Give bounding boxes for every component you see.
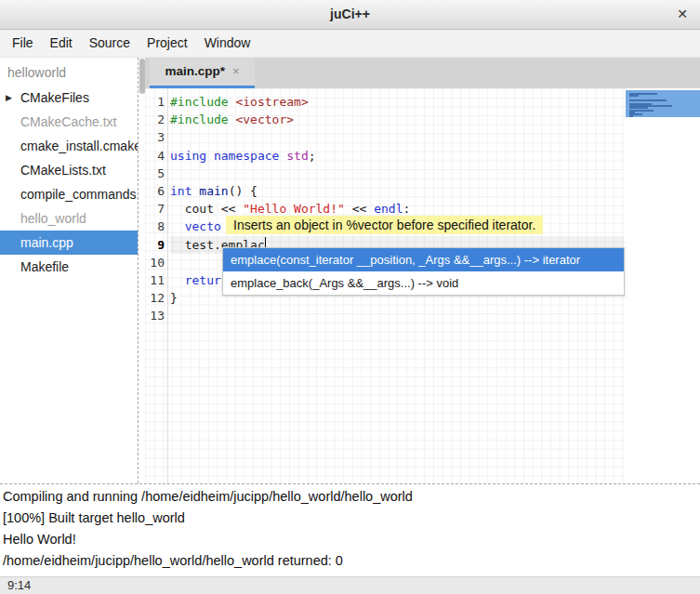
line-number: 6	[145, 182, 165, 200]
menu-item-source[interactable]: Source	[81, 30, 139, 56]
sidebar-item-cmakelists-txt[interactable]: CMakeLists.txt	[0, 158, 138, 182]
line-number: 10	[145, 254, 165, 271]
terminal-line: Hello World!	[3, 529, 700, 550]
code-line[interactable]: int main() {	[170, 182, 624, 200]
code-token: int	[170, 184, 192, 198]
code-line[interactable]	[170, 307, 624, 324]
code-token: main	[199, 184, 228, 198]
status-bar: 9:14	[0, 576, 700, 594]
terminal-line: [100%] Built target hello_world	[3, 508, 700, 529]
code-token	[170, 273, 185, 287]
tab-close-icon[interactable]: ×	[232, 64, 240, 78]
code-token	[170, 219, 185, 233]
line-number: 9	[145, 236, 165, 254]
tab-main-cpp[interactable]: main.cpp*×	[150, 58, 255, 88]
file-tree-sidebar[interactable]: helloworld▶CMakeFilesCMakeCache.txtcmake…	[0, 58, 139, 483]
line-number: 5	[145, 165, 165, 182]
completion-popup: emplace(const_iterator __position, _Args…	[222, 247, 625, 296]
line-number: 12	[145, 289, 165, 307]
terminal-output[interactable]: Compiling and running /home/eidheim/juci…	[0, 483, 700, 576]
code-token: #include	[170, 95, 229, 109]
line-number: 7	[145, 200, 165, 218]
window-title: juCi++	[0, 0, 700, 28]
line-number: 1	[145, 93, 165, 111]
minimap-code-line	[629, 95, 639, 97]
menu-item-window[interactable]: Window	[196, 30, 259, 56]
project-label: helloworld	[0, 59, 138, 86]
menu-item-project[interactable]: Project	[139, 30, 196, 56]
terminal-line: Compiling and running /home/eidheim/juci…	[3, 486, 700, 508]
code-token: vecto	[185, 219, 221, 233]
expander-icon[interactable]: ▶	[6, 86, 12, 110]
sidebar-item-cmakefiles[interactable]: ▶CMakeFiles	[0, 86, 138, 110]
sidebar-item-cmake-install-cmake[interactable]: cmake_install.cmake	[0, 134, 138, 158]
tab-label: main.cpp*	[165, 64, 225, 78]
menu-item-file[interactable]: File	[4, 30, 42, 56]
line-number-gutter: 12345678910111213	[145, 93, 165, 324]
sidebar-item-cmakecache-txt[interactable]: CMakeCache.txt	[0, 110, 138, 134]
completion-item[interactable]: emplace_back(_Args &&__args...) --> void	[223, 271, 624, 295]
code-token	[206, 149, 214, 163]
titlebar[interactable]: juCi++ ✕	[0, 0, 700, 30]
code-token: :	[403, 202, 410, 216]
jucipp-window: juCi++ ✕ FileEditSourceProjectWindow hel…	[0, 0, 700, 594]
sidebar-item-hello-world[interactable]: hello_world	[0, 206, 138, 231]
line-number: 8	[145, 218, 165, 235]
code-token: namespace	[214, 149, 279, 163]
terminal-line: /home/eidheim/jucipp/hello_world/hello_w…	[3, 550, 700, 572]
window-close-button[interactable]: ✕	[677, 0, 688, 28]
code-line[interactable]	[170, 128, 624, 146]
minimap-code-line	[629, 115, 633, 117]
gutter-separator	[167, 88, 168, 483]
code-token: cout <<	[170, 202, 243, 216]
code-token: <iostream>	[235, 95, 308, 109]
line-number: 2	[145, 111, 165, 128]
line-number: 13	[145, 307, 165, 324]
code-line[interactable]	[170, 165, 624, 182]
sidebar-item-makefile[interactable]: Makefile	[0, 255, 138, 279]
code-token: endl	[374, 202, 403, 216]
minimap-viewport[interactable]	[626, 90, 700, 117]
code-token: "Hello World!"	[243, 202, 345, 216]
menubar: FileEditSourceProjectWindow	[0, 30, 700, 58]
completion-item[interactable]: emplace(const_iterator __position, _Args…	[223, 248, 624, 271]
code-token: retur	[185, 273, 221, 287]
code-line[interactable]: #include <iostream>	[170, 93, 624, 111]
sidebar-item-compile-commands[interactable]: compile_commands.	[0, 182, 138, 206]
code-token: #include	[170, 112, 229, 126]
line-number: 4	[145, 147, 165, 165]
line-number: 3	[145, 128, 165, 146]
code-token: }	[170, 291, 178, 305]
code-token: () {	[229, 184, 258, 198]
tab-bar: main.cpp*×	[145, 58, 700, 88]
code-token: <<	[345, 202, 374, 216]
sidebar-item-main-cpp[interactable]: main.cpp	[0, 231, 138, 255]
code-token: <vector>	[235, 112, 294, 126]
code-token: using	[170, 149, 206, 163]
code-token: std	[286, 149, 308, 163]
menu-item-edit[interactable]: Edit	[42, 30, 81, 56]
code-line[interactable]: #include <vector>	[170, 111, 624, 128]
code-line[interactable]: using namespace std;	[170, 147, 624, 165]
line-number: 11	[145, 271, 165, 289]
minimap[interactable]	[626, 88, 700, 483]
cursor-position-label: 9:14	[7, 578, 31, 592]
code-token: ;	[309, 149, 316, 163]
minimap-code-line	[629, 99, 667, 101]
doc-tooltip: Inserts an object in %vector before spec…	[226, 216, 543, 234]
